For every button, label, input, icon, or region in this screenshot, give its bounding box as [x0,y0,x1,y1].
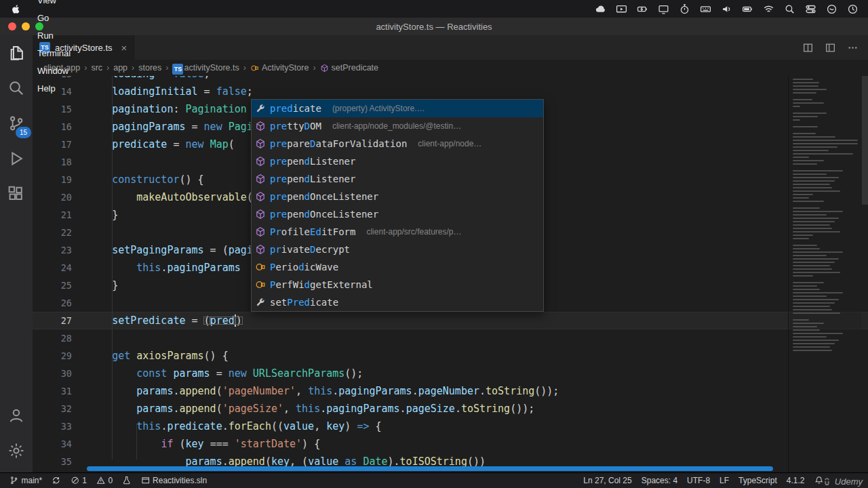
activity-explorer[interactable] [0,35,33,70]
line-number[interactable]: 34 [33,435,72,453]
line-number[interactable]: 26 [33,294,72,312]
line-number[interactable]: 17 [33,136,72,153]
activity-debug[interactable] [0,141,33,176]
suggest-item[interactable]: prepareDataForValidationclient-app/node… [252,135,543,152]
status-utf-8[interactable]: UTF-8 [683,473,714,488]
line-number[interactable]: 35 [33,453,72,470]
suggest-item[interactable]: setPredicate [252,293,543,311]
status-4-1-2[interactable]: 4.1.2 [783,473,809,488]
minimap[interactable] [788,76,861,472]
suggest-item[interactable]: ProfileEditFormclient-app/src/features/p… [252,223,543,241]
activity-source-control[interactable]: 15 [0,106,33,141]
suggest-item[interactable]: prependListener [252,152,543,170]
line-number[interactable]: 24 [33,259,72,277]
line-number[interactable]: 19 [33,171,72,188]
status-spaces-4[interactable]: Spaces: 4 [637,473,682,488]
display-icon[interactable] [658,3,669,15]
menu-go[interactable]: Go [31,9,80,26]
split-editor-icon[interactable] [802,42,814,54]
suggest-item[interactable]: predicate(property) ActivityStore.… [252,100,543,117]
status-reactivities-sln[interactable]: Reactivities.sln [137,473,212,488]
line-number[interactable]: 21 [33,206,72,224]
line-number[interactable]: 15 [33,100,72,118]
battery-charging-icon[interactable] [637,3,648,15]
line-number[interactable]: 29 [33,347,72,365]
line-number[interactable]: 25 [33,277,72,294]
line-number[interactable]: 32 [33,400,72,418]
line-number[interactable]: 18 [33,153,72,171]
cloud-icon[interactable] [595,3,606,15]
activity-account[interactable] [0,398,33,433]
control-center-icon[interactable] [805,3,816,15]
status-typescript[interactable]: TypeScript [734,473,781,488]
code-line[interactable]: 33 this.predicate.forEach((value, key) =… [33,418,868,435]
activity-settings[interactable] [0,433,33,468]
breadcrumb-item[interactable]: app [113,63,127,73]
suggest-item[interactable]: prependOnceListener [252,205,543,223]
activity-search[interactable] [0,70,33,106]
activity-extensions[interactable] [0,176,33,211]
suggest-item[interactable]: PerfWidgetExternal [252,276,543,293]
close-tab-icon[interactable]: × [121,42,127,54]
spotlight-icon[interactable] [784,3,795,15]
code-line[interactable]: 30 const params = new URLSearchParams(); [33,365,868,382]
stopwatch-icon[interactable] [679,3,690,15]
suggest-item[interactable]: prettyDOMclient-app/node_modules/@testin… [252,117,543,135]
line-number[interactable]: 33 [33,418,72,435]
line-number[interactable]: 23 [33,241,72,259]
line-number[interactable]: 20 [33,188,72,206]
suggest-detail: client-app/src/features/p… [366,227,538,237]
code-line[interactable]: 32 params.append('pageSize', this.paging… [33,400,868,418]
code-line[interactable]: 34 if (key === 'startDate') { [33,435,868,453]
menu-view[interactable]: View [31,0,80,9]
status-1[interactable]: 1 [66,473,91,488]
breadcrumb-item[interactable]: stores [138,63,161,73]
suggest-label: prepareDataForValidation [270,138,407,149]
breadcrumb-item[interactable]: src [91,63,102,73]
code-line[interactable]: 27 setPredicate = (pred) [33,312,868,329]
code-line[interactable]: 29 get axiosParams() { [33,347,868,365]
status-ln-27-col-25[interactable]: Ln 27, Col 25 [579,473,635,488]
menu-help[interactable]: Help [31,79,80,97]
window-title-bar[interactable]: activityStore.ts — Reactivities [0,18,868,35]
suggest-item[interactable]: privateDecrypt [252,241,543,258]
video-progress-bar[interactable] [87,466,773,471]
code-line[interactable]: 13 loading = false; [33,76,868,83]
status-lf[interactable]: LF [715,473,733,488]
suggest-item[interactable]: prependOnceListener [252,188,543,205]
battery-icon[interactable] [742,3,753,15]
line-number[interactable]: 31 [33,382,72,400]
line-number[interactable]: 28 [33,329,72,347]
siri-icon[interactable] [826,3,837,15]
status-sync-icon[interactable] [47,473,65,488]
breadcrumb-item[interactable]: ActivityStore [250,63,309,73]
screen-mirror-icon[interactable] [616,3,627,15]
menu-terminal[interactable]: Terminal [31,44,80,62]
menu-run[interactable]: Run [31,26,80,44]
apple-menu-icon[interactable] [0,3,31,15]
volume-icon[interactable] [721,3,732,15]
suggest-item[interactable]: prependListener [252,170,543,188]
status-0[interactable]: 0 [92,473,117,488]
keyboard-icon[interactable] [700,3,711,15]
status-beaker-icon[interactable] [118,473,136,488]
line-number[interactable]: 22 [33,224,72,241]
code-line[interactable]: 31 params.append('pageNumber', this.pagi… [33,382,868,400]
code-line[interactable]: 14 loadingInitial = false; [33,83,868,100]
symbol-method-icon [255,209,266,220]
clock-icon[interactable] [847,3,859,15]
account-icon [7,407,25,424]
status-main-[interactable]: main* [5,473,46,488]
breadcrumb-item[interactable]: setPredicate [320,63,378,73]
code-line[interactable]: 28 [33,329,868,347]
line-number[interactable]: 16 [33,118,72,136]
suggest-item[interactable]: PeriodicWave [252,258,543,276]
line-number[interactable]: 27 [33,312,72,329]
menu-window[interactable]: Window [31,62,80,79]
more-actions-icon[interactable] [847,42,859,54]
breadcrumb-item[interactable]: TSactivityStore.ts [172,63,239,73]
line-number[interactable]: 30 [33,365,72,382]
wifi-icon[interactable] [763,3,774,15]
layout-icon[interactable] [825,42,836,54]
vertical-scrollbar[interactable] [862,76,868,205]
